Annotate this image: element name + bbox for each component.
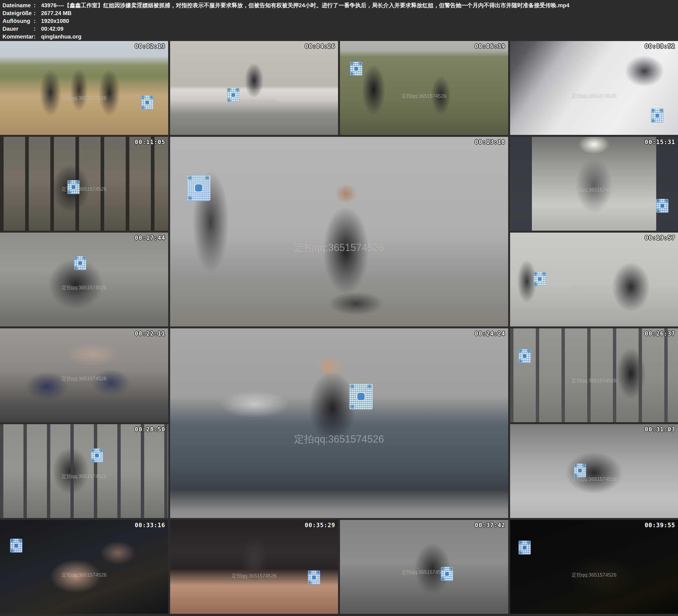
timestamp-overlay: 00:28:50 <box>135 426 165 433</box>
qr-code-watermark-icon <box>227 88 239 102</box>
timestamp-overlay: 00:35:29 <box>305 522 335 529</box>
qr-code-watermark-icon <box>349 383 373 410</box>
qr-code-watermark-icon <box>67 180 80 194</box>
video-frame-thumbnail-cell-bed[interactable]: 定拍qq:365157452600:24:24 <box>170 329 508 518</box>
qr-code-watermark-icon <box>91 449 103 462</box>
timestamp-overlay: 00:22:11 <box>135 330 165 337</box>
comment-value: qinglanhua.org <box>38 33 81 40</box>
resolution-value: 1920x1080 <box>38 17 69 25</box>
qq-watermark-text: 定拍qq:3651574526 <box>572 93 616 100</box>
video-frame-thumbnail-white-bed-room[interactable]: 定拍qq:365157452600:08:52 <box>510 41 678 135</box>
timestamp-overlay: 00:24:24 <box>475 330 505 337</box>
file-size-value: 2677.24 MB <box>38 9 72 17</box>
qq-watermark-text: 定拍qq:3651574526 <box>62 284 106 291</box>
qr-code-watermark-icon <box>519 541 531 554</box>
timestamp-overlay: 00:08:52 <box>645 43 675 50</box>
qr-code-watermark-icon <box>574 464 586 477</box>
video-frame-thumbnail-dark-room[interactable]: 定拍qq:365157452600:39:55 <box>510 520 678 614</box>
qq-watermark-text: 定拍qq:3651574526 <box>572 187 616 193</box>
qq-watermark-text: 定拍qq:3651574526 <box>62 95 106 101</box>
comment-label: Kommentar <box>2 33 31 40</box>
field-separator: : <box>31 9 38 17</box>
timestamp-overlay: 00:13:18 <box>475 139 505 146</box>
qr-code-watermark-icon <box>10 539 22 552</box>
timestamp-overlay: 00:02:13 <box>135 43 165 50</box>
timestamp-overlay: 00:33:16 <box>135 522 165 529</box>
field-separator: : <box>31 1 38 9</box>
video-frame-thumbnail-restraint-chair-cell[interactable]: 定拍qq:365157452600:13:18 <box>170 137 508 326</box>
qr-code-watermark-icon <box>74 256 86 270</box>
field-separator: : <box>31 33 38 40</box>
duration-value: 00:42:09 <box>38 25 64 33</box>
qq-watermark-text: 定拍qq:3651574526 <box>402 93 446 100</box>
qr-code-watermark-icon <box>656 199 669 213</box>
video-frame-thumbnail-cell-bars-chair[interactable]: 定拍qq:365157452600:11:05 <box>0 137 168 231</box>
video-frame-thumbnail-cell-bars-group[interactable]: 定拍qq:365157452600:28:50 <box>0 424 168 518</box>
resolution-label: Auflösung <box>2 17 31 25</box>
qq-watermark-text: 定拍qq:3651574526 <box>62 473 106 480</box>
contact-sheet-page: { "header": { "separator": ":", "fields"… <box>0 0 678 616</box>
duration-row: Dauer : 00:42:09 <box>2 25 675 33</box>
qq-watermark-text: 定拍qq:3651574526 <box>572 572 616 578</box>
file-name-value: 43976----【鑫鑫工作室】红姐因涉嫌卖淫嫖娼被抓捕，对指控表示不服并要求释… <box>38 1 569 9</box>
qq-watermark-text: 定拍qq:3651574526 <box>62 375 106 382</box>
qr-code-watermark-icon <box>141 95 153 110</box>
qq-watermark-text: 定拍qq:3651574526 <box>402 569 446 576</box>
file-name-row: Dateiname : 43976----【鑫鑫工作室】红姐因涉嫌卖淫嫖娼被抓捕… <box>2 1 675 9</box>
comment-row: Kommentar : qinglanhua.org <box>2 33 675 40</box>
resolution-row: Auflösung : 1920x1080 <box>2 17 675 25</box>
video-frame-thumbnail-interrogation-desk[interactable]: 定拍qq:365157452600:04:26 <box>170 41 338 135</box>
video-frame-thumbnail-ankle-cuffs-closeup[interactable]: 定拍qq:365157452600:22:11 <box>0 329 168 422</box>
qq-watermark-text: 定拍qq:3651574526 <box>232 572 276 579</box>
timestamp-overlay: 00:04:26 <box>305 43 335 50</box>
video-frame-thumbnail-handcuffs-dark-closeup[interactable]: 定拍qq:365157452600:33:16 <box>0 520 168 614</box>
video-frame-thumbnail-green-curtain-room[interactable]: 定拍qq:365157452600:06:39 <box>340 41 508 135</box>
video-frame-thumbnail-height-chart-side[interactable]: 定拍qq:365157452600:19:57 <box>510 233 678 326</box>
qr-code-watermark-icon <box>651 109 664 123</box>
timestamp-overlay: 00:11:05 <box>135 139 165 146</box>
field-separator: : <box>31 17 38 25</box>
qq-watermark-text: 定拍qq:3651574526 <box>572 377 616 384</box>
video-frame-thumbnail-cell-bars-chair-2[interactable]: 定拍qq:365157452600:26:37 <box>510 329 678 422</box>
timestamp-overlay: 00:39:55 <box>645 522 675 529</box>
qr-code-watermark-icon <box>187 175 210 201</box>
field-separator: : <box>31 25 38 33</box>
timestamp-overlay: 00:37:42 <box>475 522 505 529</box>
timestamp-overlay: 00:17:44 <box>135 235 165 241</box>
timestamp-overlay: 00:15:31 <box>645 139 675 146</box>
video-frame-thumbnail-cell-block-corridor[interactable]: 定拍qq:365157452600:15:31 <box>510 137 678 231</box>
timestamp-overlay: 00:19:57 <box>645 235 675 241</box>
video-frame-thumbnail-chain-skirt-closeup[interactable]: 定拍qq:365157452600:35:29 <box>170 520 338 614</box>
qr-code-watermark-icon <box>308 571 320 584</box>
qq-watermark-text: 定拍qq:3651574526 <box>572 284 616 291</box>
qr-code-watermark-icon <box>534 272 546 286</box>
file-size-label: Dateigröße <box>2 9 31 17</box>
qr-code-watermark-icon <box>350 62 362 76</box>
qr-code-watermark-icon <box>519 349 531 363</box>
thumbnail-grid: 定拍qq:365157452600:02:13定拍qq:365157452600… <box>0 41 678 614</box>
duration-label: Dauer <box>2 25 31 33</box>
video-frame-thumbnail-cell-door[interactable]: 定拍qq:365157452600:37:42 <box>340 520 508 614</box>
timestamp-overlay: 00:31:03 <box>645 426 675 433</box>
video-frame-thumbnail-height-chart-lineup[interactable]: 定拍qq:365157452600:17:44 <box>0 233 168 326</box>
timestamp-overlay: 00:26:37 <box>645 330 675 337</box>
qq-watermark-text: 定拍qq:3651574526 <box>294 432 384 446</box>
qq-watermark-text: 定拍qq:3651574526 <box>62 572 106 578</box>
qr-code-watermark-icon <box>441 567 453 581</box>
video-frame-thumbnail-outdoor-path-escort[interactable]: 定拍qq:365157452600:02:13 <box>0 41 168 135</box>
timestamp-overlay: 00:06:39 <box>475 43 505 50</box>
file-size-row: Dateigröße : 2677.24 MB <box>2 9 675 17</box>
video-frame-thumbnail-floor-group[interactable]: 定拍qq:365157452600:31:03 <box>510 424 678 518</box>
file-info-header: Dateiname : 43976----【鑫鑫工作室】红姐因涉嫌卖淫嫖娼被抓捕… <box>0 0 678 41</box>
file-name-label: Dateiname <box>2 1 31 9</box>
qq-watermark-text: 定拍qq:3651574526 <box>294 241 384 255</box>
